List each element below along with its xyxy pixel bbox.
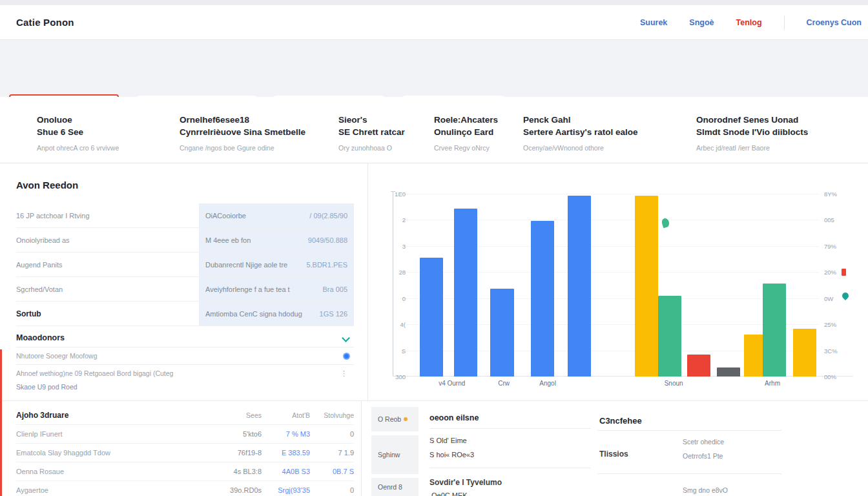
col-header: Ajoho 3druare (16, 411, 210, 420)
col-header[interactable]: Sees (210, 411, 262, 419)
y-tick-label-right: 20% (824, 269, 836, 276)
table-row[interactable]: Ematcola Slay 9haggdd Tdow 76f19-8 E 383… (16, 443, 354, 462)
divider (429, 468, 591, 468)
feature-5-title-line2: Sertere Aartisy's ratol ealoe (523, 126, 638, 138)
table-header-row: Ajoho 3druare Sees Atot'B Stolvuhge (16, 406, 354, 424)
chart-bar[interactable] (658, 296, 681, 377)
table-row[interactable]: Onoiolyribead as M 4eee eb fon9049/50.88… (16, 228, 354, 253)
chart-bar[interactable] (531, 221, 554, 377)
tab-label: Sghinw (378, 451, 400, 459)
y-tick-label-right: 00% (824, 373, 836, 380)
more-icon[interactable]: ⋮ (340, 369, 347, 378)
row-label: Augend Panits (16, 261, 199, 269)
cell-link[interactable]: 7 % M3 (262, 430, 310, 438)
col-header[interactable]: Stolvuhge (310, 411, 354, 419)
cell: 7 1.9 (310, 449, 354, 457)
content-line[interactable]: S Old' Eime (429, 437, 467, 444)
table-row[interactable]: Augend Panits Dubanrecntl Njige aole tre… (16, 253, 354, 277)
table-row[interactable]: Clienlp IFunert 5'kto6 7 % M3 0 (16, 424, 354, 443)
table-row[interactable]: Oenna Rosaue 4s BL3:8 4A0B S3 0B.7 S (16, 462, 354, 480)
content-line[interactable]: Sovdir'e I Tyvelumo (429, 478, 502, 487)
nav-link-4[interactable]: Croenys Cuon (807, 18, 862, 27)
y-axis-line (393, 192, 393, 377)
feature-6-title-line1: Onorodnef Senes Uonad (696, 114, 808, 126)
feature-3[interactable]: Sieor's SE Chrett ratcar Ory zunohhoaa O (338, 114, 405, 152)
y-tick-label-right: 3C% (824, 347, 838, 354)
chart-bar[interactable] (454, 209, 477, 377)
table-row[interactable]: Sortub Amtiomba CenC signa hdodug1GS 126 (16, 302, 354, 326)
chevron-down-icon[interactable] (342, 334, 350, 342)
table-row[interactable]: Sgcrhed/Votan Aveiyhforlenge f a fue tea… (16, 277, 354, 302)
cell-link[interactable]: Srgj(93'35 (262, 486, 310, 494)
blue-dot-icon[interactable] (343, 353, 350, 360)
chart-bar[interactable] (420, 258, 443, 377)
row-metric: OiACooiorbe (205, 212, 304, 220)
stat-cards-band: Stes Cash. a ✓ Adeiu Svhymgmon te A8 Zal… (0, 40, 868, 97)
y-tick-label: 0 (402, 294, 406, 302)
x-tick-label: Angol (539, 380, 556, 387)
nav-link-3[interactable]: Tenlog (736, 18, 762, 27)
bottom-left-table: Ajoho 3druare Sees Atot'B Stolvuhge Clie… (0, 401, 362, 496)
tabs-content-title: oeoon eilsne (429, 413, 479, 422)
divider (429, 428, 591, 429)
feature-6[interactable]: Onorodnef Senes Uonad Slmdt Snode I'Vio … (696, 114, 808, 152)
table-row[interactable]: 16 JP actchoar I Rtving OiACooiorbe/ 09(… (16, 203, 354, 228)
nav-link-2[interactable]: Sngoè (689, 18, 714, 27)
nav-separator (784, 16, 785, 30)
audiences-section-header[interactable]: Moaodonors (16, 329, 354, 347)
table-row[interactable]: Aygaertoe 39o.RD0s Srgj(93'35 0 (16, 480, 354, 496)
x-tick-label: Arhm (765, 380, 780, 387)
chart-bar[interactable] (687, 355, 710, 377)
audience-row[interactable]: Ahnoef wethiog)ne 09 Retgoaeol Bord biga… (16, 364, 354, 382)
chart-bar[interactable] (490, 289, 513, 377)
see-report-link[interactable]: Skaoe U9 pod Roed (16, 383, 78, 391)
nav-link-1[interactable]: Suurek (640, 18, 667, 27)
y-tick-label: 300 (395, 373, 406, 380)
red-marker-icon (842, 269, 846, 276)
x-tick-label: v4 Ournd (439, 380, 465, 387)
top-strip (0, 0, 868, 5)
content-line[interactable]: S hoi« ROe«3 (429, 451, 474, 459)
audience-row-label: Nhutoore Sooegr Moofowg (16, 352, 98, 360)
row-value: 9049/50.888 (308, 236, 347, 244)
bar-chart: 1E0232804(S300 8Y%00579%20%0W25%3C%00% v… (369, 163, 868, 400)
chart-bar[interactable] (635, 196, 658, 377)
chart-bar[interactable] (717, 367, 740, 377)
content-line[interactable]: .Oe0C MEK (429, 491, 468, 496)
tab-item-3[interactable]: Oenrd 8 (371, 478, 418, 496)
row-value: 5.BDR1.PES (306, 261, 347, 269)
col-header[interactable]: Atot'B (262, 411, 310, 419)
chart-plot-area (400, 194, 819, 377)
cell: Ematcola Slay 9haggdd Tdow (16, 449, 210, 457)
cell-link[interactable]: E 383.59 (262, 449, 310, 457)
divider (597, 430, 781, 431)
feature-5[interactable]: Penck Gahl Sertere Aartisy's ratol ealoe… (523, 114, 638, 152)
divider (597, 473, 781, 474)
tab-item-2[interactable]: Sghinw (371, 435, 418, 474)
chart-bar[interactable] (793, 329, 816, 377)
audience-row[interactable]: Nhutoore Sooegr Moofowg (16, 347, 354, 364)
feature-4-title-line2: Onulinço Eard (434, 126, 498, 138)
tab-item-1[interactable]: O Reob (371, 407, 418, 431)
feature-1[interactable]: Onoluoe Shue 6 See Anpot ohrecA cro 6 vr… (37, 114, 119, 152)
feature-6-title-line2: Slmdt Snode I'Vio diiblocts (696, 126, 808, 138)
feature-4[interactable]: Roele:Ahcaters Onulinço Eard Crvee Regv … (434, 114, 498, 152)
cell: 0 (310, 430, 354, 438)
feature-2[interactable]: Ornelhef6esee18 Cynrrelrièuove Sina Smet… (180, 114, 305, 152)
y-tick-label: 2 (402, 216, 406, 223)
bottom-tabs-panel: O Reob Sghinw Oenrd 8 oeoon eilsne S Old… (371, 406, 591, 496)
yellow-dot-icon (404, 417, 408, 421)
row-metric: Aveiyhforlenge f a fue tea t (205, 285, 317, 293)
gridline (400, 194, 819, 194)
cell: 39o.RD0s (210, 486, 262, 494)
y-tick-label-right: 005 (824, 216, 834, 223)
info-footer[interactable]: Smg dno e8vO (683, 486, 728, 494)
chart-bar[interactable] (763, 284, 786, 377)
row-value: / 09(2.85/90 (309, 212, 347, 220)
y-tick-label: 1E0 (395, 191, 406, 198)
feature-5-subtitle: Oceny/ae/vWnonod othore (523, 144, 638, 152)
cell-link[interactable]: 4A0B S3 (262, 468, 310, 475)
panel-title: C3ncfehee (599, 416, 642, 426)
cell-link[interactable]: 0B.7 S (310, 468, 354, 475)
chart-bar[interactable] (568, 196, 591, 377)
